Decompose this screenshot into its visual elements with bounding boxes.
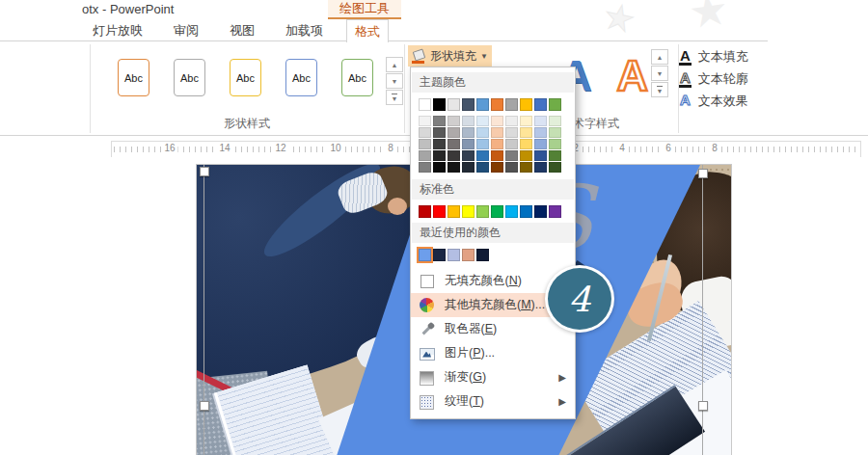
gallery-more-icon[interactable]: ▼ [651, 82, 668, 97]
shape-style-tile[interactable]: Abc [174, 59, 205, 96]
theme-variant-swatch[interactable] [505, 150, 518, 161]
theme-variant-swatch[interactable] [433, 139, 446, 149]
theme-variant-swatch[interactable] [491, 150, 503, 161]
theme-variant-swatch[interactable] [448, 162, 460, 173]
standard-color-swatch[interactable] [520, 205, 532, 218]
theme-color-swatch[interactable] [476, 98, 489, 111]
selection-handle[interactable] [200, 401, 209, 411]
theme-variant-swatch[interactable] [419, 150, 431, 161]
theme-variant-swatch[interactable] [520, 139, 532, 149]
standard-color-swatch[interactable] [433, 205, 446, 218]
theme-variant-swatch[interactable] [476, 150, 489, 161]
theme-variant-swatch[interactable] [520, 116, 532, 126]
theme-variant-swatch[interactable] [549, 116, 561, 126]
tab-灯片放映[interactable]: 灯片放映 [85, 19, 150, 41]
theme-color-swatch[interactable] [534, 98, 547, 111]
theme-variant-swatch[interactable] [462, 127, 475, 138]
theme-variant-swatch[interactable] [433, 127, 446, 138]
theme-variant-swatch[interactable] [549, 139, 561, 149]
theme-variant-swatch[interactable] [433, 116, 446, 126]
theme-variant-swatch[interactable] [462, 116, 475, 126]
theme-variant-swatch[interactable] [491, 116, 503, 126]
theme-variant-swatch[interactable] [491, 127, 503, 138]
wordart-style-outline-orange[interactable]: A [617, 54, 649, 97]
recent-color-swatch[interactable] [448, 249, 460, 261]
theme-variant-swatch[interactable] [476, 162, 489, 173]
theme-color-swatch[interactable] [462, 98, 475, 111]
theme-color-swatch[interactable] [433, 98, 446, 111]
theme-variant-swatch[interactable] [520, 127, 532, 138]
theme-variant-swatch[interactable] [549, 150, 561, 161]
theme-variant-swatch[interactable] [448, 139, 460, 149]
theme-variant-swatch[interactable] [491, 139, 503, 149]
shape-fill-button[interactable]: 形状填充 ▼ [408, 45, 492, 67]
theme-color-swatch[interactable] [419, 98, 431, 111]
shape-style-tile[interactable]: Abc [341, 59, 373, 96]
gallery-more-icon[interactable]: ▼ [386, 90, 403, 105]
gallery-down-icon[interactable]: ▼ [386, 73, 403, 89]
text-style-effects-button[interactable]: A文本效果 [679, 90, 750, 112]
theme-variant-swatch[interactable] [534, 162, 547, 173]
theme-variant-swatch[interactable] [476, 116, 489, 126]
standard-color-swatch[interactable] [491, 205, 503, 218]
standard-color-swatch[interactable] [534, 205, 547, 218]
theme-variant-swatch[interactable] [419, 162, 431, 173]
gallery-down-icon[interactable]: ▼ [651, 66, 668, 81]
text-style-fill-button[interactable]: A文本填充 [679, 45, 750, 67]
shape-style-tile[interactable]: Abc [118, 59, 149, 96]
recent-color-swatch[interactable] [476, 249, 489, 261]
shape-style-tile[interactable]: Abc [285, 59, 317, 96]
gallery-up-icon[interactable]: ▲ [386, 57, 403, 72]
selection-handle[interactable] [698, 169, 708, 178]
theme-variant-swatch[interactable] [419, 116, 431, 126]
picture-menu-item[interactable]: 图片(P)... [411, 341, 575, 365]
theme-variant-swatch[interactable] [448, 127, 460, 138]
tab-视图[interactable]: 视图 [222, 19, 262, 41]
theme-variant-swatch[interactable] [476, 127, 489, 138]
theme-variant-swatch[interactable] [419, 139, 431, 149]
standard-color-swatch[interactable] [448, 205, 460, 218]
theme-color-swatch[interactable] [505, 98, 518, 111]
standard-color-swatch[interactable] [549, 205, 561, 218]
tab-格式[interactable]: 格式 [346, 19, 389, 42]
text-style-outline-button[interactable]: A文本轮廓 [679, 67, 750, 90]
standard-color-swatch[interactable] [476, 205, 489, 218]
theme-variant-swatch[interactable] [520, 150, 532, 161]
shape-style-tile[interactable]: Abc [230, 59, 261, 96]
theme-variant-swatch[interactable] [534, 150, 547, 161]
eyedropper-menu-item[interactable]: 取色器(E) [411, 317, 575, 341]
tab-审阅[interactable]: 审阅 [166, 19, 206, 41]
theme-variant-swatch[interactable] [462, 139, 475, 149]
theme-variant-swatch[interactable] [448, 116, 460, 126]
theme-color-swatch[interactable] [491, 98, 503, 111]
theme-variant-swatch[interactable] [520, 162, 532, 173]
theme-variant-swatch[interactable] [462, 150, 475, 161]
theme-variant-swatch[interactable] [433, 150, 446, 161]
theme-color-swatch[interactable] [520, 98, 532, 111]
theme-variant-swatch[interactable] [534, 139, 547, 149]
selection-right-edge[interactable] [702, 165, 703, 455]
standard-color-swatch[interactable] [462, 205, 475, 218]
standard-color-swatch[interactable] [419, 205, 431, 218]
recent-color-swatch[interactable] [419, 249, 431, 261]
theme-variant-swatch[interactable] [505, 127, 518, 138]
recent-color-swatch[interactable] [462, 249, 475, 261]
theme-variant-swatch[interactable] [549, 127, 561, 138]
theme-variant-swatch[interactable] [448, 150, 460, 161]
standard-color-swatch[interactable] [505, 205, 518, 218]
selection-left-edge[interactable] [203, 165, 204, 455]
theme-variant-swatch[interactable] [462, 162, 475, 173]
theme-variant-swatch[interactable] [549, 162, 561, 173]
theme-variant-swatch[interactable] [419, 127, 431, 138]
theme-variant-swatch[interactable] [534, 116, 547, 126]
selection-handle[interactable] [200, 167, 209, 176]
theme-variant-swatch[interactable] [505, 162, 518, 173]
selection-handle[interactable] [698, 401, 708, 411]
recent-color-swatch[interactable] [433, 249, 446, 261]
gradient-menu-item[interactable]: 渐变(G)▶ [411, 365, 575, 389]
theme-variant-swatch[interactable] [534, 127, 547, 138]
theme-color-swatch[interactable] [549, 98, 561, 111]
theme-color-swatch[interactable] [448, 98, 460, 111]
theme-variant-swatch[interactable] [505, 139, 518, 149]
texture-menu-item[interactable]: 纹理(T)▶ [411, 389, 575, 414]
